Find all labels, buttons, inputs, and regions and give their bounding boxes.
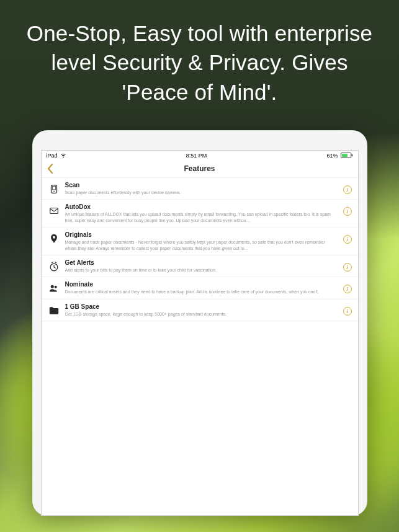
feature-title: 1 GB Space bbox=[65, 303, 338, 310]
feature-originals[interactable]: Originals Manage and track paper documen… bbox=[42, 228, 358, 255]
feature-title: Get Alerts bbox=[65, 259, 338, 266]
feature-title: AutoDox bbox=[65, 203, 338, 210]
svg-point-9 bbox=[50, 285, 53, 288]
people-icon bbox=[48, 282, 60, 295]
feature-desc: An unique feature of ALLDOX that lets yo… bbox=[65, 211, 338, 223]
battery-percent: 61% bbox=[326, 153, 338, 159]
autodox-icon bbox=[48, 205, 60, 217]
tablet-screen: iPad 8:51 PM 61% Features bbox=[41, 150, 359, 516]
feature-title: Scan bbox=[65, 182, 338, 188]
info-button[interactable]: i bbox=[343, 307, 352, 316]
status-bar: iPad 8:51 PM 61% bbox=[42, 151, 358, 161]
info-button[interactable]: i bbox=[343, 185, 352, 194]
scan-icon bbox=[48, 183, 60, 195]
info-button[interactable]: i bbox=[343, 263, 352, 272]
svg-rect-5 bbox=[52, 186, 55, 189]
feature-title: Originals bbox=[65, 231, 338, 238]
feature-space[interactable]: 1 GB Space Get 1GB storage space, large … bbox=[42, 299, 358, 321]
back-button[interactable] bbox=[45, 162, 55, 175]
folder-icon bbox=[48, 304, 60, 317]
info-button[interactable]: i bbox=[343, 285, 352, 293]
svg-point-7 bbox=[53, 236, 55, 239]
feature-nominate[interactable]: Nominate Documents are critical assets a… bbox=[42, 277, 358, 299]
wifi-icon bbox=[60, 153, 66, 159]
battery-icon bbox=[341, 153, 353, 159]
svg-point-4 bbox=[53, 190, 55, 192]
feature-alerts[interactable]: Get Alerts Add alerts to your bills to p… bbox=[42, 255, 358, 277]
svg-rect-1 bbox=[341, 154, 347, 157]
svg-rect-2 bbox=[351, 154, 352, 156]
svg-rect-6 bbox=[50, 208, 58, 214]
info-button[interactable]: i bbox=[343, 207, 352, 216]
feature-desc: Add alerts to your bills to pay them on … bbox=[65, 267, 338, 273]
clock-icon bbox=[48, 260, 60, 273]
nav-title: Features bbox=[184, 164, 215, 173]
feature-desc: Scan paper documents effortlessly with y… bbox=[65, 190, 338, 195]
feature-title: Nominate bbox=[65, 281, 338, 288]
svg-point-10 bbox=[54, 286, 56, 288]
info-button[interactable]: i bbox=[343, 235, 352, 244]
nav-bar: Features bbox=[42, 161, 358, 178]
feature-desc: Manage and track paper documents - Never… bbox=[65, 239, 338, 251]
feature-autodox[interactable]: AutoDox An unique feature of ALLDOX that… bbox=[42, 200, 358, 228]
feature-scan[interactable]: Scan Scan paper documents effortlessly w… bbox=[42, 178, 358, 200]
device-label: iPad bbox=[47, 153, 58, 159]
feature-desc: Documents are critical assets and they n… bbox=[65, 289, 338, 295]
features-list[interactable]: Scan Scan paper documents effortlessly w… bbox=[42, 178, 358, 322]
tablet-frame: iPad 8:51 PM 61% Features bbox=[32, 130, 367, 516]
feature-desc: Get 1GB storage space, large enough to k… bbox=[65, 311, 338, 317]
status-time: 8:51 PM bbox=[186, 153, 207, 159]
location-icon bbox=[48, 233, 60, 245]
marketing-headline: One-Stop, Easy tool with enterprise leve… bbox=[0, 0, 399, 119]
